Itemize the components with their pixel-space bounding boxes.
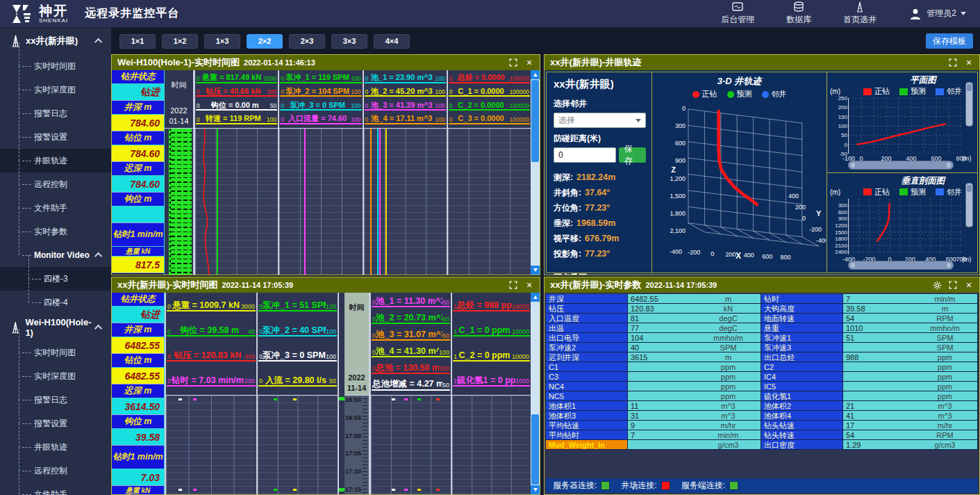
sidebar-item[interactable]: 报警设置 (0, 412, 111, 435)
sidebar-item[interactable]: 报警日志 (0, 388, 111, 412)
scroll-up-icon[interactable] (531, 70, 540, 79)
sidebar-item[interactable]: 远程控制 (0, 172, 111, 196)
derrick-icon (10, 35, 22, 47)
horizontal-scrollbar[interactable] (848, 161, 954, 170)
chart-legend: 正钻预测邻井 (863, 86, 962, 97)
svg-text:-400: -400 (816, 237, 826, 244)
curve-header: 0泵冲_3 = 0 SPM100 (280, 102, 361, 111)
expand-icon[interactable] (508, 280, 518, 290)
expand-icon[interactable] (948, 58, 958, 67)
param-name-cell: 迟到井深 (546, 352, 628, 362)
nav-database[interactable]: 数据库 (786, 1, 811, 26)
layout-button[interactable]: 1×3 (204, 34, 240, 49)
sidebar-item[interactable]: 实时时间图 (0, 54, 111, 78)
sidebar-item-label: 实时深度图 (34, 371, 76, 382)
sidebar-item[interactable]: 井眼轨迹 (0, 149, 111, 172)
param-label: 悬重 kN (112, 486, 164, 494)
offset-well-label: 选择邻井 (554, 98, 646, 110)
panel-header: xx井(新井眼)-实时时间图 2022-11-14 17:05:39 × (112, 277, 540, 293)
sidebar-item[interactable]: 报警设置 (0, 125, 111, 149)
param-name-cell: 平均钻速 (546, 421, 628, 430)
time-column: 时间 2022 11-14 16:5016:5517:0017:0517:101… (344, 293, 369, 494)
svg-text:800: 800 (780, 254, 790, 259)
layout-button[interactable]: 4×4 (374, 34, 410, 49)
param-unit-cell: min/m (913, 294, 978, 304)
nav-backend-admin[interactable]: 后台管理 (721, 1, 754, 26)
sidebar-item[interactable]: Monitor Video (0, 243, 111, 267)
scroll-thumb[interactable] (531, 414, 539, 485)
param-item: 迟深 m 784.60 (112, 162, 164, 193)
sidebar-item[interactable]: 远程控制 (0, 459, 111, 482)
nav-home-well-select[interactable]: 首页选井 (843, 1, 877, 26)
param-name-cell: 池体积2 (761, 401, 843, 411)
gear-icon[interactable] (932, 280, 942, 290)
param-value-cell: 9 (628, 421, 696, 430)
table-row: 池体积3 31 m^3 池体积4 41 m^3 (546, 411, 978, 421)
param-value-cell (628, 440, 696, 450)
scroll-down-icon[interactable] (531, 266, 540, 275)
sidebar-item[interactable]: 井眼轨迹 (0, 435, 111, 459)
save-button[interactable]: 保存 (619, 147, 646, 163)
param-unit-cell: mmho/m (696, 333, 761, 343)
close-icon[interactable]: × (964, 58, 974, 67)
param-name-cell: NC5 (546, 391, 628, 401)
sidebar-item[interactable]: 实时深度图 (0, 78, 111, 102)
time-column-header: 时间 2022 01-14 (165, 70, 193, 129)
layout-button[interactable]: 3×3 (331, 34, 367, 49)
expand-icon[interactable] (948, 280, 958, 290)
vertical-section-chart: 垂直剖面图 (m) 正钻预测邻井 (m) 3006009001200150018… (827, 173, 977, 273)
sidebar-item[interactable]: 实时参数 (0, 220, 111, 243)
chart-legend: 正钻预测邻井 (863, 187, 962, 197)
sidebar-item[interactable]: 四楼-3 (0, 267, 111, 291)
param-label: 井深 m (112, 101, 164, 115)
param-item: 悬重 kN 817.5 (112, 247, 164, 273)
param-label: 钻位 m (112, 354, 164, 368)
user-name: 管理员2 (927, 8, 956, 19)
sidebar-item[interactable]: 文件助手 (0, 482, 111, 495)
horizontal-scrollbar[interactable] (848, 261, 954, 270)
sidebar-item[interactable]: 文件助手 (0, 196, 111, 220)
expand-icon[interactable] (508, 58, 518, 67)
layout-button[interactable]: 1×1 (119, 34, 156, 49)
close-icon[interactable]: × (524, 58, 534, 67)
sidebar-item[interactable]: Wei-H100(Hole-1) (0, 314, 111, 341)
vertical-scrollbar[interactable] (965, 82, 973, 127)
param-unit-cell: ppm (696, 391, 761, 401)
param-value: 钻进 (112, 84, 164, 101)
sidebar-item-label: Monitor Video (34, 250, 90, 260)
user-menu[interactable]: 管理员2 (908, 7, 966, 21)
vertical-scrollbar[interactable] (531, 293, 540, 494)
param-value-cell: 7 (843, 294, 913, 304)
layout-button[interactable]: 2×3 (289, 34, 325, 49)
svg-text:1,200: 1,200 (670, 175, 686, 182)
close-icon[interactable]: × (524, 280, 534, 290)
main-area: 1×1 1×2 1×3 2×2 2×3 3×3 4×4 保存模板 Wei-H10… (111, 28, 980, 495)
save-template-button[interactable]: 保存模板 (926, 33, 973, 49)
sidebar-item[interactable]: 四楼-4 (0, 291, 111, 314)
curve-header: 0总池 = 130.50 m^3300 (372, 364, 450, 374)
sidebar-item[interactable]: xx井(新井眼) (0, 28, 111, 54)
log-chart-body: 钻井状态 钻进 井深 m 6482.55 钻位 m 6482.55 迟 (112, 293, 540, 494)
legend-item: 预测 (899, 86, 926, 97)
layout-button[interactable]: 2×2 (247, 34, 283, 49)
scroll-thumb[interactable] (531, 80, 539, 162)
anticollision-distance-input[interactable]: 0 (554, 147, 616, 163)
vertical-scrollbar[interactable] (531, 70, 540, 275)
close-icon[interactable]: × (964, 280, 974, 290)
vertical-scrollbar[interactable] (965, 183, 973, 227)
tree-dash (22, 232, 31, 232)
layout-button[interactable]: 1×2 (162, 34, 198, 49)
sidebar-item[interactable]: 实时深度图 (0, 364, 111, 388)
sidebar-item[interactable]: 报警日志 (0, 102, 111, 125)
scroll-up-icon[interactable] (531, 293, 540, 302)
offset-well-select[interactable]: 选择 (554, 113, 646, 128)
param-item: 井深 m 6482.55 (112, 323, 164, 354)
param-value-cell: 21 (843, 401, 913, 411)
param-unit-cell: ppm (913, 382, 978, 391)
scroll-down-icon[interactable] (531, 485, 540, 494)
param-name-cell: Mud_Weight_In (546, 440, 628, 450)
param-unit-cell: SPM (913, 333, 978, 343)
param-value: 钻进 (112, 307, 164, 323)
sidebar-item[interactable]: 实时时间图 (0, 341, 111, 364)
tree-dash (22, 400, 31, 400)
